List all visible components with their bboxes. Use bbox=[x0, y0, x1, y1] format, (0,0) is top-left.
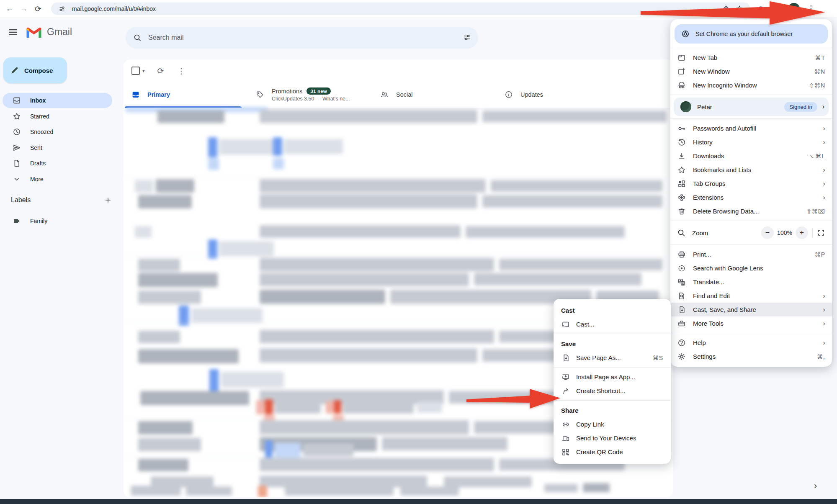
profile-menu-item[interactable]: Petar Signed in › bbox=[674, 98, 829, 116]
star-icon bbox=[13, 112, 21, 121]
menu-item-label: Search with Google Lens bbox=[693, 265, 825, 272]
sidebar-label-family[interactable]: Family bbox=[3, 213, 112, 229]
menu-item-tab-groups[interactable]: Tab Groups› bbox=[670, 177, 832, 190]
blurred-content-block bbox=[474, 273, 641, 285]
chevron-right-icon: › bbox=[823, 319, 825, 328]
blurred-content-block bbox=[382, 437, 507, 450]
history-icon bbox=[677, 138, 686, 147]
menu-item-cast-save-and-share[interactable]: Cast, Save, and Share› bbox=[670, 303, 832, 316]
create-label-button[interactable] bbox=[100, 193, 116, 208]
blurred-content-block bbox=[417, 402, 442, 413]
zoom-label: Zoom bbox=[692, 229, 708, 237]
menu-item-create-qr-code[interactable]: Create QR Code bbox=[554, 445, 671, 459]
lens-icon bbox=[677, 264, 686, 273]
menu-item-history[interactable]: History› bbox=[670, 135, 832, 149]
menu-divider bbox=[670, 333, 832, 333]
menu-item-send-to-your-devices[interactable]: Send to Your Devices bbox=[554, 431, 671, 445]
zoom-in-button[interactable]: + bbox=[796, 226, 808, 239]
blurred-content-block bbox=[583, 483, 610, 492]
menu-item-downloads[interactable]: Downloads⌥⌘L bbox=[670, 149, 832, 163]
blurred-content-block bbox=[265, 399, 273, 414]
side-panel-toggle-icon[interactable]: › bbox=[814, 481, 817, 491]
menu-item-passwords-and-autofill[interactable]: Passwords and Autofill› bbox=[670, 121, 832, 135]
compose-button[interactable]: Compose bbox=[3, 57, 67, 83]
blurred-content-block bbox=[260, 330, 494, 343]
shortcut-accelerator: ⌘T bbox=[815, 54, 825, 61]
blurred-content-block bbox=[491, 180, 662, 192]
annotation-arrow-to-create-shortcut bbox=[466, 386, 561, 410]
blurred-content-block bbox=[208, 158, 219, 170]
menu-item-translate[interactable]: Translate... bbox=[670, 275, 832, 289]
menu-item-save-page-as[interactable]: Save Page As...⌘S bbox=[554, 351, 671, 365]
menu-item-install-page-as-app[interactable]: Install Page as App... bbox=[554, 370, 671, 384]
menu-divider bbox=[670, 244, 832, 245]
page-save-icon bbox=[677, 306, 686, 314]
blurred-content-block bbox=[334, 400, 341, 414]
sidebar-item-snoozed[interactable]: Snoozed bbox=[3, 124, 112, 139]
zoom-out-button[interactable]: − bbox=[761, 226, 774, 239]
blurred-content-block bbox=[138, 421, 193, 435]
menu-item-new-window[interactable]: New Window⌘N bbox=[670, 64, 832, 78]
annotation-arrow-to-menu-button bbox=[640, 0, 826, 26]
sidebar-item-starred[interactable]: Starred bbox=[3, 109, 112, 124]
site-info-icon[interactable] bbox=[58, 5, 66, 13]
reload-icon[interactable]: ⟳ bbox=[31, 4, 45, 14]
back-icon[interactable]: ← bbox=[3, 4, 17, 13]
blurred-content-block bbox=[260, 179, 486, 193]
menu-item-label: Downloads bbox=[693, 152, 808, 159]
hamburger-icon[interactable] bbox=[8, 27, 18, 38]
menu-item-new-incognito-window[interactable]: New Incognito Window⇧⌘N bbox=[670, 78, 832, 92]
menu-item-cast[interactable]: Cast... bbox=[554, 317, 671, 331]
blurred-content-block bbox=[138, 259, 180, 271]
chevron-right-icon: › bbox=[823, 166, 825, 174]
send-icon bbox=[13, 144, 21, 152]
url-text[interactable]: mail.google.com/mail/u/0/#inbox bbox=[72, 5, 719, 12]
sidebar-item-sent[interactable]: Sent bbox=[3, 140, 112, 155]
sidebar-item-label: Drafts bbox=[30, 160, 46, 167]
chevron-right-icon: › bbox=[823, 193, 825, 202]
blurred-content-block bbox=[343, 401, 414, 414]
menu-item-copy-link[interactable]: Copy Link bbox=[554, 417, 671, 431]
sidebar-item-inbox[interactable]: Inbox bbox=[3, 93, 112, 108]
sidebar-item-more[interactable]: More bbox=[3, 172, 112, 187]
fullscreen-icon[interactable] bbox=[817, 229, 825, 237]
menu-item-create-shortcut[interactable]: Create Shortcut... bbox=[554, 384, 671, 398]
menu-divider bbox=[670, 221, 832, 221]
menu-item-search-with-google-lens[interactable]: Search with Google Lens bbox=[670, 261, 832, 275]
menu-item-help[interactable]: Help› bbox=[670, 336, 832, 350]
menu-item-bookmarks-and-lists[interactable]: Bookmarks and Lists› bbox=[670, 163, 832, 177]
blurred-content-block bbox=[400, 486, 459, 496]
menu-item-delete-browsing-data[interactable]: Delete Browsing Data...⇧⌘⌧ bbox=[670, 204, 832, 218]
search-input[interactable] bbox=[147, 33, 456, 42]
star-icon bbox=[677, 166, 686, 174]
search-icon[interactable] bbox=[133, 33, 142, 42]
magnifier-icon bbox=[677, 229, 685, 237]
briefcase-icon bbox=[677, 319, 686, 328]
menu-item-label: Bookmarks and Lists bbox=[693, 166, 823, 173]
blurred-content-block bbox=[444, 476, 532, 487]
blurred-content-block bbox=[258, 486, 267, 497]
menu-item-new-tab[interactable]: New Tab⌘T bbox=[670, 51, 832, 64]
menu-item-find-and-edit[interactable]: Find and Edit› bbox=[670, 289, 832, 303]
blurred-content-block bbox=[303, 444, 353, 456]
menu-item-settings[interactable]: Settings⌘, bbox=[670, 350, 832, 363]
gmail-sidebar: Gmail Compose InboxStarredSnoozedSentDra… bbox=[0, 18, 123, 499]
print-icon bbox=[677, 250, 686, 259]
menu-item-more-tools[interactable]: More Tools› bbox=[670, 316, 832, 330]
set-default-browser-banner[interactable]: Set Chrome as your default browser bbox=[675, 24, 828, 44]
blurred-content-block bbox=[260, 458, 494, 471]
menu-item-label: Cast... bbox=[576, 321, 663, 328]
blurred-content-block bbox=[131, 486, 181, 496]
forward-icon[interactable]: → bbox=[17, 4, 31, 13]
sidebar-item-label: More bbox=[30, 176, 44, 183]
gmail-search-bar[interactable] bbox=[126, 27, 478, 49]
shortcut-accelerator: ⌘, bbox=[817, 353, 825, 360]
menu-item-print[interactable]: Print...⌘P bbox=[670, 247, 832, 261]
chrome-icon bbox=[681, 30, 690, 38]
search-filter-icon[interactable] bbox=[463, 33, 471, 42]
sidebar-item-drafts[interactable]: Drafts bbox=[3, 156, 112, 171]
qr-icon bbox=[561, 448, 570, 456]
menu-item-extensions[interactable]: Extensions› bbox=[670, 190, 832, 204]
blurred-content-block bbox=[284, 139, 343, 154]
menu-item-label: Create Shortcut... bbox=[576, 387, 663, 394]
